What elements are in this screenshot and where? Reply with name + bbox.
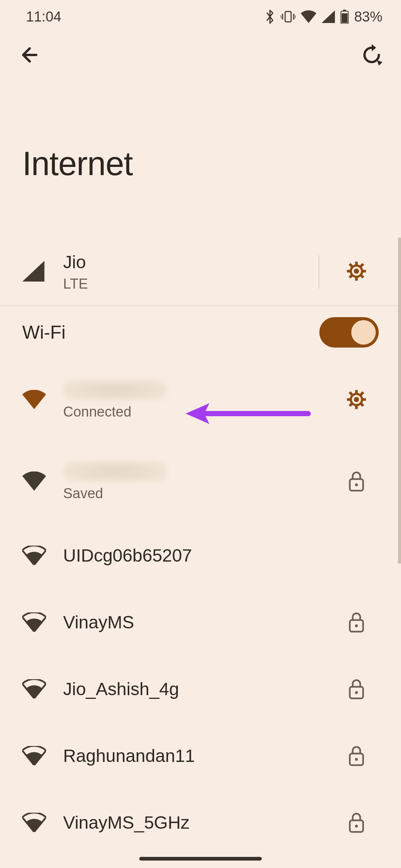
- wifi-signal-icon: [22, 746, 63, 765]
- status-right: 83%: [264, 9, 382, 25]
- nav-gesture-bar[interactable]: [139, 857, 262, 861]
- refresh-button[interactable]: [361, 44, 382, 67]
- svg-point-35: [355, 758, 358, 761]
- bluetooth-icon: [264, 9, 276, 24]
- mobile-settings-button[interactable]: [346, 261, 367, 283]
- status-time: 11:04: [26, 9, 61, 25]
- lock-icon: [334, 745, 379, 766]
- mobile-network-row[interactable]: Jio LTE: [0, 239, 401, 305]
- lock-icon: [334, 678, 379, 699]
- wifi-network-row[interactable]: VinayMS: [0, 589, 401, 655]
- network-settings-button[interactable]: [334, 389, 379, 410]
- cell-signal-icon: [322, 10, 335, 23]
- network-name: VinayMS: [63, 612, 334, 632]
- wifi-signal-icon: [22, 612, 63, 632]
- wifi-toggle[interactable]: [319, 317, 379, 348]
- battery-text: 83%: [354, 9, 382, 25]
- svg-point-8: [354, 269, 359, 274]
- network-status: Saved: [63, 486, 334, 502]
- svg-rect-22: [347, 398, 351, 401]
- wifi-network-row[interactable]: Saved: [0, 440, 401, 522]
- carrier-name: Jio: [63, 252, 319, 272]
- svg-rect-0: [285, 11, 291, 22]
- network-name: VinayMS_5GHz: [63, 812, 334, 833]
- network-name: UIDcg06b65207: [63, 545, 334, 566]
- wifi-signal-icon: [22, 546, 63, 565]
- wifi-signal-icon: [22, 471, 63, 491]
- battery-icon: [340, 10, 349, 24]
- svg-point-18: [354, 397, 359, 402]
- svg-rect-23: [362, 398, 366, 401]
- svg-point-37: [355, 825, 358, 828]
- svg-rect-21: [355, 405, 358, 409]
- wifi-network-row[interactable]: Raghunandan11: [0, 722, 401, 789]
- wifi-network-row[interactable]: Connected: [0, 359, 401, 440]
- network-name: Jio_Ashish_4g: [63, 679, 334, 699]
- svg-rect-11: [355, 276, 358, 281]
- app-bar: [0, 33, 401, 78]
- svg-rect-20: [355, 390, 358, 394]
- wifi-signal-icon: [22, 813, 63, 832]
- network-name: Raghunandan11: [63, 746, 334, 766]
- network-type: LTE: [63, 276, 319, 292]
- network-name-redacted: [63, 461, 167, 482]
- page-title: Internet: [0, 78, 401, 239]
- network-name-redacted: [63, 379, 167, 400]
- svg-rect-7: [342, 13, 348, 23]
- svg-point-31: [355, 624, 358, 627]
- vibrate-icon: [281, 10, 296, 23]
- divider: [319, 255, 319, 289]
- scroll-indicator: [398, 237, 401, 564]
- wifi-signal-icon: [22, 679, 63, 698]
- svg-rect-12: [347, 270, 351, 273]
- status-bar: 11:04 83%: [0, 0, 401, 33]
- wifi-label: Wi-Fi: [22, 322, 66, 343]
- network-status: Connected: [63, 404, 334, 420]
- wifi-network-list: Connected Saved UIDcg06b65207 VinayMS Ji…: [0, 359, 401, 868]
- svg-rect-13: [362, 270, 366, 273]
- back-button[interactable]: [19, 44, 41, 68]
- cell-signal-icon: [22, 261, 45, 283]
- wifi-network-row[interactable]: VinayMS_5GHz: [0, 789, 401, 856]
- wifi-network-row[interactable]: Jio_Ashish_4g: [0, 655, 401, 722]
- wifi-signal-icon: [22, 390, 63, 409]
- wifi-network-row[interactable]: UIDcg06b65207: [0, 522, 401, 589]
- wifi-header-row: Wi-Fi: [0, 306, 401, 359]
- svg-point-29: [355, 483, 358, 486]
- svg-point-33: [355, 691, 358, 694]
- lock-icon: [334, 612, 379, 632]
- lock-icon: [334, 812, 379, 833]
- svg-rect-10: [355, 262, 358, 266]
- wifi-status-icon: [301, 10, 316, 23]
- lock-icon: [334, 471, 379, 491]
